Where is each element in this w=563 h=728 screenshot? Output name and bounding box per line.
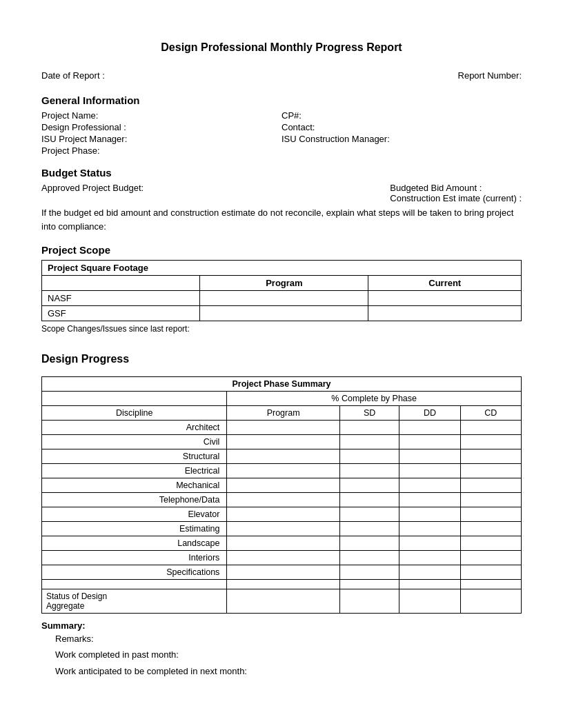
cd-cell bbox=[460, 522, 521, 536]
scope-table-header: Project Square Footage bbox=[42, 261, 522, 276]
discipline-row: Specifications bbox=[42, 565, 522, 580]
discipline-row: Landscape bbox=[42, 536, 522, 551]
sd-cell bbox=[339, 507, 399, 522]
discipline-name: Interiors bbox=[42, 551, 227, 565]
sd-cell bbox=[339, 435, 399, 449]
cd-cell bbox=[460, 493, 521, 507]
isu-project-manager-label: ISU Project Manager: bbox=[41, 134, 282, 144]
program-cell bbox=[227, 478, 340, 493]
sd-cell bbox=[339, 522, 399, 536]
cp-label: CP#: bbox=[282, 110, 522, 121]
budget-status-heading: Budget Status bbox=[41, 167, 522, 179]
program-cell bbox=[227, 421, 340, 435]
dd-cell bbox=[399, 522, 460, 536]
dd-cell bbox=[399, 435, 460, 449]
construction-est-label: Construction Est imate (current) : bbox=[390, 193, 522, 203]
sd-cell bbox=[339, 493, 399, 507]
work-completed-label: Work completed in past month: bbox=[55, 647, 522, 663]
summary-lines: Remarks: Work completed in past month: W… bbox=[41, 631, 522, 679]
summary-label: Summary: bbox=[41, 620, 86, 631]
discipline-row: Mechanical bbox=[42, 478, 522, 493]
dd-cell bbox=[399, 536, 460, 551]
sd-cell bbox=[339, 551, 399, 565]
scope-col-program: Program bbox=[200, 276, 368, 291]
dd-cell bbox=[399, 464, 460, 478]
program-cell bbox=[227, 522, 340, 536]
cd-cell bbox=[460, 449, 521, 464]
cd-cell bbox=[460, 478, 521, 493]
dd-cell bbox=[399, 493, 460, 507]
program-cell bbox=[227, 507, 340, 522]
status-sd-cell bbox=[339, 589, 399, 614]
dd-cell bbox=[399, 507, 460, 522]
discipline-name: Mechanical bbox=[42, 478, 227, 493]
sd-cell bbox=[339, 478, 399, 493]
program-cell bbox=[227, 449, 340, 464]
discipline-name: Architect bbox=[42, 421, 227, 435]
program-cell bbox=[227, 435, 340, 449]
program-cell bbox=[227, 551, 340, 565]
report-header: Date of Report : Report Number: bbox=[41, 70, 522, 81]
discipline-row: Elevator bbox=[42, 507, 522, 522]
budgeted-bid-label: Budgeted Bid Amount : bbox=[390, 183, 482, 193]
summary-section: Summary: Remarks: Work completed in past… bbox=[41, 620, 522, 679]
program-cell bbox=[227, 536, 340, 551]
cd-cell bbox=[460, 435, 521, 449]
remarks-label: Remarks: bbox=[55, 631, 522, 647]
gsf-program bbox=[200, 306, 368, 321]
sd-cell bbox=[339, 565, 399, 580]
date-of-report-label: Date of Report : bbox=[41, 70, 105, 81]
discipline-name: Estimating bbox=[42, 522, 227, 536]
empty-separator-row bbox=[42, 580, 522, 589]
project-phase-label: Project Phase: bbox=[41, 145, 282, 156]
cd-cell bbox=[460, 421, 521, 435]
discipline-name: Specifications bbox=[42, 565, 227, 580]
status-cd-cell bbox=[460, 589, 521, 614]
sd-col-header: SD bbox=[339, 406, 399, 421]
general-information-heading: General Information bbox=[41, 94, 522, 106]
discipline-row: Interiors bbox=[42, 551, 522, 565]
nasf-label: NASF bbox=[42, 291, 200, 306]
budget-note: If the budget ed bid amount and construc… bbox=[41, 206, 522, 233]
dd-col-header: DD bbox=[399, 406, 460, 421]
status-design-aggregate-row: Status of DesignAggregate bbox=[42, 589, 522, 614]
discipline-name: Landscape bbox=[42, 536, 227, 551]
discipline-name: Electrical bbox=[42, 464, 227, 478]
discipline-name: Elevator bbox=[42, 507, 227, 522]
design-progress-heading: Design Progress bbox=[41, 353, 522, 365]
program-col-header: Program bbox=[227, 406, 340, 421]
cd-cell bbox=[460, 464, 521, 478]
status-dd-cell bbox=[399, 589, 460, 614]
contact-label: Contact: bbox=[282, 122, 522, 132]
dd-cell bbox=[399, 565, 460, 580]
sd-cell bbox=[339, 464, 399, 478]
discipline-row: Electrical bbox=[42, 464, 522, 478]
cd-cell bbox=[460, 551, 521, 565]
percent-complete-header: % Complete by Phase bbox=[227, 392, 522, 406]
dd-cell bbox=[399, 478, 460, 493]
project-scope-heading: Project Scope bbox=[41, 244, 522, 256]
approved-budget-label: Approved Project Budget: bbox=[41, 183, 144, 203]
discipline-name: Telephone/Data bbox=[42, 493, 227, 507]
program-cell bbox=[227, 493, 340, 507]
cd-cell bbox=[460, 507, 521, 522]
program-cell bbox=[227, 464, 340, 478]
scope-changes-label: Scope Changes/Issues since last report: bbox=[41, 324, 522, 334]
dd-cell bbox=[399, 449, 460, 464]
general-information-grid: Project Name: CP#: Design Professional :… bbox=[41, 110, 522, 156]
cd-cell bbox=[460, 536, 521, 551]
discipline-col-header: Discipline bbox=[42, 406, 227, 421]
project-phase-summary-header: Project Phase Summary bbox=[42, 377, 522, 392]
report-number-label: Report Number: bbox=[458, 70, 522, 81]
status-program-cell bbox=[227, 589, 340, 614]
discipline-row: Architect bbox=[42, 421, 522, 435]
dd-cell bbox=[399, 421, 460, 435]
nasf-current bbox=[368, 291, 522, 306]
budget-row-1: Approved Project Budget: Budgeted Bid Am… bbox=[41, 183, 522, 203]
isu-construction-manager-label: ISU Construction Manager: bbox=[282, 134, 522, 144]
sd-cell bbox=[339, 449, 399, 464]
nasf-program bbox=[200, 291, 368, 306]
scope-row-gsf: GSF bbox=[42, 306, 522, 321]
gsf-current bbox=[368, 306, 522, 321]
design-professional-label: Design Professional : bbox=[41, 122, 282, 132]
